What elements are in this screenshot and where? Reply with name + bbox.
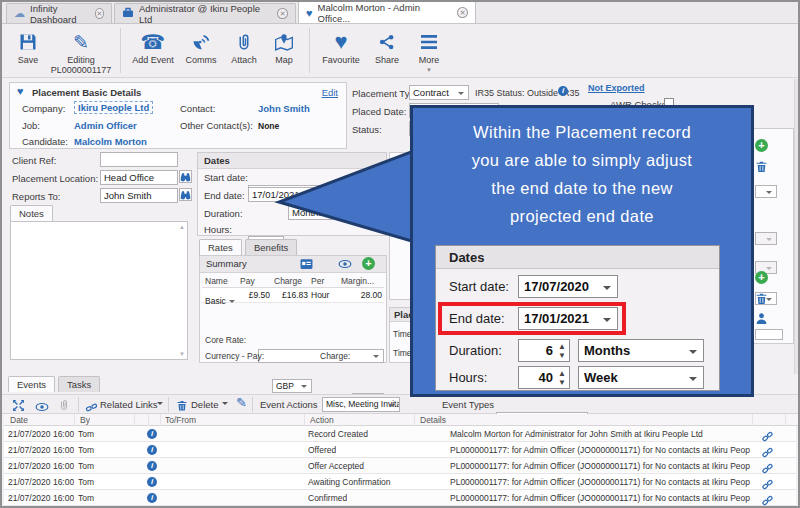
events-grid-header: Date By To/From Action Details bbox=[4, 414, 798, 426]
placement-basic-details-panel: ♥ Placement Basic Details Edit Company: … bbox=[9, 82, 347, 149]
tab-close-icon[interactable]: ✕ bbox=[457, 7, 468, 18]
share-icon bbox=[378, 29, 396, 55]
mini-dropdown[interactable] bbox=[755, 185, 777, 198]
mini-dropdown-disabled bbox=[755, 232, 777, 245]
contact-label: Contact: bbox=[180, 103, 215, 114]
col-details[interactable]: Details bbox=[420, 415, 446, 425]
toolbar-separator bbox=[309, 28, 310, 73]
reports-to-input[interactable]: John Smith bbox=[100, 188, 178, 203]
add-rate-icon[interactable] bbox=[362, 257, 375, 270]
favourite-button[interactable]: ♥ Favourite bbox=[316, 24, 366, 77]
right-scroll-strip[interactable] bbox=[794, 79, 800, 374]
delete-caret[interactable] bbox=[222, 402, 228, 408]
tab-close-icon[interactable]: ✕ bbox=[95, 8, 104, 19]
col-to-from[interactable]: To/From bbox=[165, 415, 196, 425]
share-button[interactable]: Share bbox=[366, 24, 408, 77]
add-icon[interactable] bbox=[755, 271, 768, 284]
candidate-value[interactable]: Malcolm Morton bbox=[74, 136, 147, 147]
edit-link[interactable]: Edit bbox=[322, 87, 338, 98]
info-icon[interactable] bbox=[147, 461, 157, 471]
company-value[interactable]: Ikiru People Ltd bbox=[74, 101, 153, 114]
tab-administrator[interactable]: Administrator @ Ikiru People Ltd ✕ bbox=[114, 3, 296, 23]
event-row[interactable]: 21/07/2020 16:00 Tom Awaiting Confirmati… bbox=[4, 474, 796, 490]
delete-button[interactable]: Delete bbox=[191, 399, 218, 410]
callout-dates-panel: Dates Start date: 17/07/2020 End date: 1… bbox=[435, 245, 720, 391]
toolbar-separator bbox=[78, 397, 79, 412]
stepper-arrows[interactable]: ▲▼ bbox=[558, 342, 566, 360]
charge-currency-label: Charge: bbox=[320, 351, 350, 361]
editing-button[interactable]: ✎ Editing PL0000001177 bbox=[48, 24, 114, 77]
person-icon[interactable] bbox=[755, 311, 768, 329]
trash-icon[interactable] bbox=[755, 291, 768, 309]
link-chain-icon[interactable] bbox=[761, 492, 774, 508]
client-ref-input[interactable] bbox=[100, 152, 178, 167]
rates-table-header: Name Pay Charge Per Margin... bbox=[202, 275, 384, 288]
ir35-info-icon[interactable] bbox=[558, 86, 568, 96]
end-date-highlight-red-box bbox=[438, 302, 626, 335]
info-icon[interactable] bbox=[147, 429, 157, 439]
event-row[interactable]: 21/07/2020 16:00 Tom Offered PL000000117… bbox=[4, 442, 796, 458]
related-links-caret[interactable] bbox=[157, 402, 163, 408]
not-exported-link[interactable]: Not Exported bbox=[588, 83, 645, 93]
reports-to-label: Reports To: bbox=[12, 191, 60, 202]
callout-arrow bbox=[272, 140, 422, 250]
event-row[interactable]: 21/07/2020 16:00 Tom Confirmed PL0000001… bbox=[4, 490, 796, 506]
placement-location-input[interactable]: Head Office bbox=[100, 170, 178, 185]
attach-button[interactable]: Attach bbox=[223, 24, 265, 77]
map-button[interactable]: Map bbox=[265, 24, 303, 77]
related-links-button[interactable]: Related Links bbox=[100, 399, 158, 410]
panel-title: Placement Basic Details bbox=[32, 87, 141, 98]
scroll-down-arrow[interactable]: ▼ bbox=[179, 351, 185, 357]
placement-type-dropdown[interactable]: Contract bbox=[409, 85, 469, 100]
tab-close-icon[interactable]: ✕ bbox=[277, 8, 288, 19]
col-date[interactable]: Date bbox=[10, 415, 28, 425]
trash-icon[interactable] bbox=[755, 159, 768, 177]
tasks-tab[interactable]: Tasks bbox=[58, 376, 100, 392]
info-icon[interactable] bbox=[147, 493, 157, 503]
col-by[interactable]: By bbox=[80, 415, 90, 425]
rate-name-dropdown[interactable]: Basic bbox=[205, 296, 239, 306]
end-date-label: End date: bbox=[204, 190, 245, 201]
col-action[interactable]: Action bbox=[310, 415, 334, 425]
event-actions-dropdown[interactable]: Misc, Meeting Invitatio... bbox=[322, 397, 400, 412]
scroll-up-arrow[interactable]: ▲ bbox=[179, 224, 185, 230]
currency-pay-dropdown[interactable]: GBP bbox=[272, 379, 312, 393]
rates-tab[interactable]: Rates bbox=[199, 239, 242, 255]
info-icon[interactable] bbox=[147, 445, 157, 455]
stepper-arrows[interactable]: ▲▼ bbox=[558, 369, 566, 387]
callout-text: Within the Placement record you are able… bbox=[413, 118, 751, 230]
add-event-button[interactable]: ☎ Add Event bbox=[127, 24, 179, 77]
mini-input[interactable] bbox=[755, 329, 783, 340]
duration-label: Duration: bbox=[204, 208, 243, 219]
callout-start-date-input[interactable]: 17/07/2020 bbox=[518, 275, 618, 298]
callout-hours-unit-dropdown[interactable]: Week bbox=[578, 366, 704, 389]
company-label: Company: bbox=[22, 103, 65, 114]
location-search-binoculars-icon[interactable] bbox=[179, 170, 192, 183]
edit-pencil-icon[interactable]: ✎ bbox=[236, 395, 247, 410]
rates-table-row[interactable]: Basic £9.50 £16.83 Hour 28.00 bbox=[202, 288, 384, 303]
comms-button[interactable]: Comms bbox=[179, 24, 223, 77]
info-icon[interactable] bbox=[147, 477, 157, 487]
event-row[interactable]: 21/07/2020 16:00 Tom Record Created Malc… bbox=[4, 426, 796, 442]
tab-malcolm-morton[interactable]: ♥ Malcolm Morton - Admin Office... ✕ bbox=[298, 1, 476, 23]
notes-textarea[interactable]: ▲ ▼ bbox=[10, 221, 188, 360]
callout-hours-stepper[interactable]: 40 ▲▼ bbox=[518, 366, 570, 389]
job-value[interactable]: Admin Officer bbox=[74, 120, 137, 131]
event-row[interactable]: 21/07/2020 16:00 Tom Offer Accepted PL00… bbox=[4, 458, 796, 474]
reports-to-search-binoculars-icon[interactable] bbox=[179, 188, 192, 201]
notes-tab[interactable]: Notes bbox=[10, 205, 53, 221]
add-icon[interactable] bbox=[755, 139, 768, 152]
callout-duration-stepper[interactable]: 6 ▲▼ bbox=[518, 339, 570, 362]
save-button[interactable]: Save bbox=[8, 24, 48, 77]
toolbar-separator bbox=[252, 397, 253, 412]
view-eye-icon[interactable] bbox=[338, 258, 352, 272]
events-tab[interactable]: Events bbox=[8, 376, 55, 392]
rate-card-icon[interactable] bbox=[300, 258, 313, 272]
contact-value[interactable]: John Smith bbox=[258, 103, 310, 114]
callout-duration-unit-dropdown[interactable]: Months bbox=[578, 339, 704, 362]
hamburger-menu-icon bbox=[419, 29, 439, 55]
core-rate-label: Core Rate: bbox=[205, 335, 246, 345]
more-button[interactable]: More ▼ bbox=[408, 24, 450, 77]
tab-infinity-dashboard[interactable]: ☁ Infinity Dashboard ✕ bbox=[6, 3, 112, 23]
placement-heart-icon: ♥ bbox=[17, 85, 24, 97]
